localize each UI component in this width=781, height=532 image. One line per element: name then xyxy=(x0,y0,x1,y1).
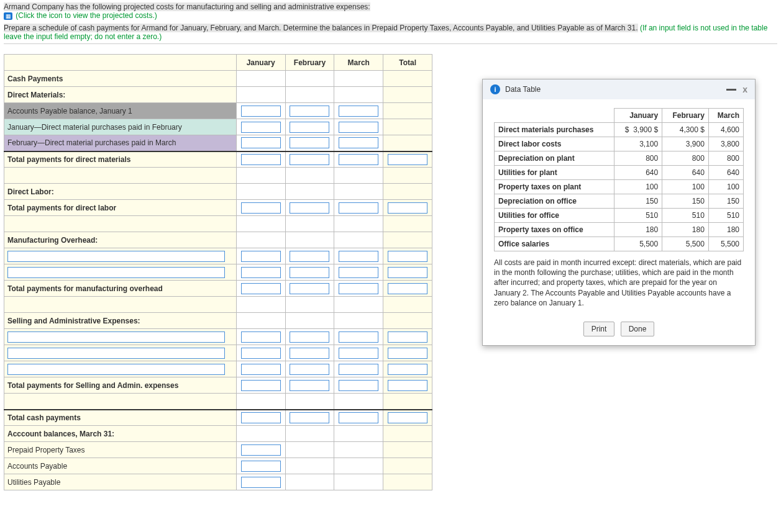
print-button[interactable]: Print xyxy=(583,322,615,336)
input-moh-line2-feb[interactable] xyxy=(290,267,329,278)
input-sga-line2-label[interactable] xyxy=(7,348,225,359)
input-tot-cash-mar[interactable] xyxy=(339,412,378,423)
input-sga-line1-feb[interactable] xyxy=(290,331,329,343)
input-tot-moh-jan[interactable] xyxy=(241,283,281,294)
input-tot-dl-tot[interactable] xyxy=(388,202,427,214)
input-tot-dm-tot[interactable] xyxy=(388,154,427,165)
input-sga-line3-jan[interactable] xyxy=(241,364,281,375)
input-up-mar31[interactable] xyxy=(241,477,281,488)
dt-val: 4,600 xyxy=(708,123,743,137)
col-march: March xyxy=(334,55,383,71)
input-tot-sga-mar[interactable] xyxy=(339,380,378,391)
minimize-icon[interactable] xyxy=(726,89,736,91)
dt-val: 510 xyxy=(708,209,743,223)
input-tot-dl-mar[interactable] xyxy=(339,202,378,214)
row-total-dm: Total payments for direct materials xyxy=(4,151,237,168)
input-tot-dm-mar[interactable] xyxy=(339,154,378,165)
input-sga-line1-tot[interactable] xyxy=(388,331,427,343)
input-tot-sga-tot[interactable] xyxy=(388,380,427,391)
dt-val: 5,500 xyxy=(662,237,709,251)
info-icon: i xyxy=(490,84,500,94)
input-tot-cash-jan[interactable] xyxy=(241,412,281,423)
input-sga-line3-mar[interactable] xyxy=(339,364,378,375)
input-feb-dm-mar-feb[interactable] xyxy=(290,137,329,148)
input-ap-jan1-jan[interactable] xyxy=(241,106,281,117)
dt-val: 180 xyxy=(662,223,709,237)
dt-row-label: Office salaries xyxy=(495,237,614,251)
input-sga-line2-mar[interactable] xyxy=(339,348,378,359)
dt-currency: $ xyxy=(625,125,629,134)
row-ap: Accounts Payable xyxy=(4,458,237,474)
input-jan-dm-feb-mar[interactable] xyxy=(339,122,378,133)
row-acct-bal-hdr: Acccount balances, March 31: xyxy=(4,426,237,442)
input-tot-dm-feb[interactable] xyxy=(290,154,329,165)
dt-val: 640 xyxy=(662,166,709,180)
input-sga-line3-feb[interactable] xyxy=(290,364,329,375)
input-moh-line1-mar[interactable] xyxy=(339,251,378,262)
input-tot-dl-feb[interactable] xyxy=(290,202,329,214)
input-sga-line2-tot[interactable] xyxy=(388,348,427,359)
input-tot-cash-tot[interactable] xyxy=(388,412,427,423)
done-button[interactable]: Done xyxy=(621,322,655,336)
input-moh-line1-label[interactable] xyxy=(7,251,225,262)
close-icon[interactable]: x xyxy=(742,84,747,94)
row-cash-payments: Cash Payments xyxy=(4,71,237,87)
dt-val: 100 xyxy=(614,180,662,194)
input-sga-line1-jan[interactable] xyxy=(241,331,281,343)
input-tot-sga-jan[interactable] xyxy=(241,380,281,391)
input-moh-line1-tot[interactable] xyxy=(388,251,427,262)
input-moh-line2-jan[interactable] xyxy=(241,267,281,278)
input-sga-line2-feb[interactable] xyxy=(290,348,329,359)
dt-val: 800 xyxy=(614,151,662,166)
input-feb-dm-mar-jan[interactable] xyxy=(241,137,281,148)
input-sga-line3-tot[interactable] xyxy=(388,364,427,375)
dt-col-feb: February xyxy=(662,109,709,123)
dt-col-mar: March xyxy=(708,109,743,123)
dt-val: 510 xyxy=(614,209,662,223)
dt-val: 100 xyxy=(708,180,743,194)
dt-val: 3,100 xyxy=(614,137,662,151)
input-moh-line2-label[interactable] xyxy=(7,267,225,278)
dt-row-label: Utilities for office xyxy=(495,209,614,223)
input-moh-line1-feb[interactable] xyxy=(290,251,329,262)
input-feb-dm-mar-mar[interactable] xyxy=(339,137,378,148)
table-icon[interactable]: ▦ xyxy=(4,12,12,20)
view-costs-link[interactable]: (Click the icon to view the projected co… xyxy=(16,11,157,20)
input-prepaid-pt[interactable] xyxy=(241,444,281,456)
input-moh-line1-jan[interactable] xyxy=(241,251,281,262)
input-ap-mar31[interactable] xyxy=(241,461,281,472)
input-tot-sga-feb[interactable] xyxy=(290,380,329,391)
dt-row-label: Direct materials purchases xyxy=(495,123,614,137)
problem-intro: Armand Company has the following project… xyxy=(4,2,370,11)
input-sga-line1-mar[interactable] xyxy=(339,331,378,343)
row-direct-materials-hdr: Direct Materials: xyxy=(4,87,237,103)
input-ap-jan1-feb[interactable] xyxy=(290,106,329,117)
input-tot-dl-jan[interactable] xyxy=(241,202,281,214)
dt-row-label: Utilities for plant xyxy=(495,166,614,180)
input-moh-line2-tot[interactable] xyxy=(388,267,427,278)
input-ap-jan1-mar[interactable] xyxy=(339,106,378,117)
dt-val: 5,500 xyxy=(614,237,662,251)
problem-requirement: Prepare a schedule of cash payments for … xyxy=(4,24,638,32)
input-sga-line3-label[interactable] xyxy=(7,364,225,375)
dt-row-label: Direct labor costs xyxy=(495,137,614,151)
input-tot-dm-jan[interactable] xyxy=(241,154,281,165)
dt-val: 100 xyxy=(662,180,709,194)
dt-val: 3,900 xyxy=(633,125,652,134)
input-tot-moh-mar[interactable] xyxy=(339,283,378,294)
col-january: January xyxy=(236,55,285,71)
dt-val: 510 xyxy=(662,209,709,223)
modal-title: Data Table xyxy=(505,85,541,94)
input-tot-cash-feb[interactable] xyxy=(290,412,329,423)
dt-currency: $ xyxy=(654,125,659,134)
input-sga-line1-label[interactable] xyxy=(7,331,225,343)
input-tot-moh-feb[interactable] xyxy=(290,283,329,294)
input-sga-line2-jan[interactable] xyxy=(241,348,281,359)
dt-val: 150 xyxy=(614,194,662,209)
input-jan-dm-feb-jan[interactable] xyxy=(241,122,281,133)
input-tot-moh-tot[interactable] xyxy=(388,283,427,294)
dt-row-label: Depreciation on plant xyxy=(495,151,614,166)
input-jan-dm-feb-feb[interactable] xyxy=(290,122,329,133)
row-total-sga: Total payments for Selling and Admin. ex… xyxy=(4,377,237,394)
input-moh-line2-mar[interactable] xyxy=(339,267,378,278)
